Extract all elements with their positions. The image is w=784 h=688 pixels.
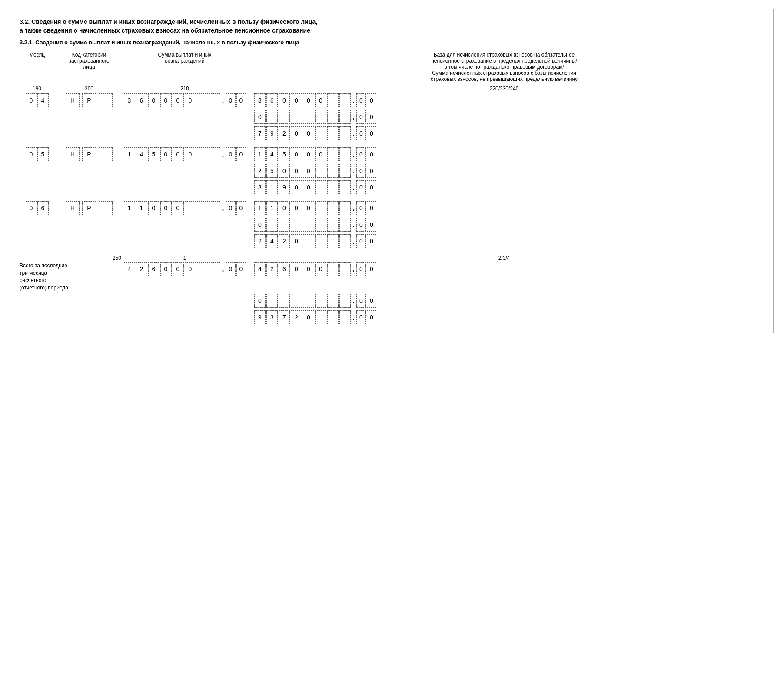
- field-cell[interactable]: 0: [303, 164, 314, 178]
- field-cell[interactable]: 0: [185, 262, 196, 276]
- field-cell[interactable]: 0: [160, 147, 172, 161]
- field-cell[interactable]: [327, 180, 339, 194]
- field-cell[interactable]: [327, 201, 339, 215]
- field-cell[interactable]: [327, 310, 339, 324]
- field-cell[interactable]: 5: [266, 164, 278, 178]
- field-cell[interactable]: 1: [266, 180, 278, 194]
- field-cell[interactable]: 0: [148, 93, 159, 107]
- field-cell[interactable]: [339, 126, 351, 140]
- field-cell[interactable]: 2: [254, 164, 266, 178]
- field-cell[interactable]: [303, 218, 314, 232]
- code-cell[interactable]: [99, 147, 113, 161]
- field-cell[interactable]: 0: [160, 201, 172, 215]
- decimal-cell[interactable]: 0: [367, 126, 376, 140]
- field-cell[interactable]: 0: [254, 294, 266, 308]
- field-cell[interactable]: 0: [291, 147, 302, 161]
- decimal-cell[interactable]: 0: [367, 234, 376, 248]
- field-cell[interactable]: [315, 201, 326, 215]
- decimal-cell[interactable]: 0: [226, 147, 236, 161]
- field-cell[interactable]: [303, 110, 314, 124]
- decimal-cell[interactable]: 0: [367, 262, 376, 276]
- month-cell[interactable]: 0: [26, 201, 37, 215]
- field-cell[interactable]: 0: [279, 93, 290, 107]
- field-cell[interactable]: [327, 147, 339, 161]
- field-cell[interactable]: [339, 262, 351, 276]
- field-cell[interactable]: 6: [136, 93, 147, 107]
- field-cell[interactable]: [339, 294, 351, 308]
- field-cell[interactable]: 4: [136, 147, 147, 161]
- field-cell[interactable]: 1: [254, 201, 266, 215]
- code-cell[interactable]: Н: [66, 147, 80, 161]
- field-cell[interactable]: [327, 164, 339, 178]
- code-cell[interactable]: Н: [66, 93, 80, 107]
- field-cell[interactable]: 1: [254, 147, 266, 161]
- field-cell[interactable]: 5: [148, 147, 159, 161]
- field-cell[interactable]: 0: [303, 262, 314, 276]
- field-cell[interactable]: 1: [266, 201, 278, 215]
- field-cell[interactable]: 3: [266, 310, 278, 324]
- decimal-cell[interactable]: 0: [356, 234, 366, 248]
- field-cell[interactable]: [266, 218, 278, 232]
- decimal-cell[interactable]: 0: [367, 201, 376, 215]
- field-cell[interactable]: 0: [173, 201, 184, 215]
- field-cell[interactable]: 3: [124, 93, 135, 107]
- field-cell[interactable]: 1: [124, 201, 135, 215]
- decimal-cell[interactable]: 0: [356, 310, 366, 324]
- field-cell[interactable]: 9: [279, 180, 290, 194]
- field-cell[interactable]: 4: [254, 262, 266, 276]
- code-cell[interactable]: Н: [66, 201, 80, 215]
- field-cell[interactable]: 0: [185, 93, 196, 107]
- decimal-cell[interactable]: 0: [367, 147, 376, 161]
- decimal-cell[interactable]: 0: [367, 93, 376, 107]
- field-cell[interactable]: [209, 201, 220, 215]
- field-cell[interactable]: 0: [303, 201, 314, 215]
- field-cell[interactable]: 0: [160, 262, 172, 276]
- code-cell[interactable]: [99, 201, 113, 215]
- field-cell[interactable]: [339, 180, 351, 194]
- field-cell[interactable]: 3: [254, 93, 266, 107]
- month-cell[interactable]: 6: [37, 201, 49, 215]
- field-cell[interactable]: 0: [315, 147, 326, 161]
- field-cell[interactable]: 0: [315, 262, 326, 276]
- decimal-cell[interactable]: 0: [226, 93, 236, 107]
- field-cell[interactable]: [327, 294, 339, 308]
- field-cell[interactable]: [197, 262, 208, 276]
- decimal-cell[interactable]: 0: [356, 147, 366, 161]
- decimal-cell[interactable]: 0: [367, 110, 376, 124]
- field-cell[interactable]: [209, 93, 220, 107]
- field-cell[interactable]: [315, 164, 326, 178]
- field-cell[interactable]: 0: [173, 93, 184, 107]
- field-cell[interactable]: [315, 310, 326, 324]
- field-cell[interactable]: 0: [254, 218, 266, 232]
- field-cell[interactable]: [197, 93, 208, 107]
- field-cell[interactable]: 2: [266, 262, 278, 276]
- field-cell[interactable]: 2: [136, 262, 147, 276]
- field-cell[interactable]: [209, 262, 220, 276]
- field-cell[interactable]: 0: [291, 262, 302, 276]
- decimal-cell[interactable]: 0: [226, 262, 236, 276]
- field-cell[interactable]: [327, 126, 339, 140]
- field-cell[interactable]: [339, 218, 351, 232]
- decimal-cell[interactable]: 0: [367, 218, 376, 232]
- field-cell[interactable]: [209, 147, 220, 161]
- field-cell[interactable]: [315, 234, 326, 248]
- field-cell[interactable]: [279, 294, 290, 308]
- decimal-cell[interactable]: 0: [236, 93, 246, 107]
- field-cell[interactable]: 6: [148, 262, 159, 276]
- field-cell[interactable]: [339, 164, 351, 178]
- field-cell[interactable]: 2: [279, 234, 290, 248]
- field-cell[interactable]: [315, 126, 326, 140]
- field-cell[interactable]: 0: [291, 126, 302, 140]
- field-cell[interactable]: 0: [291, 201, 302, 215]
- decimal-cell[interactable]: 0: [367, 180, 376, 194]
- field-cell[interactable]: 7: [254, 126, 266, 140]
- month-cell[interactable]: 5: [37, 147, 49, 161]
- field-cell[interactable]: 0: [303, 310, 314, 324]
- field-cell[interactable]: 5: [279, 147, 290, 161]
- decimal-cell[interactable]: 0: [356, 110, 366, 124]
- field-cell[interactable]: [266, 110, 278, 124]
- field-cell[interactable]: [327, 262, 339, 276]
- decimal-cell[interactable]: 0: [356, 294, 366, 308]
- field-cell[interactable]: [327, 93, 339, 107]
- field-cell[interactable]: [185, 201, 196, 215]
